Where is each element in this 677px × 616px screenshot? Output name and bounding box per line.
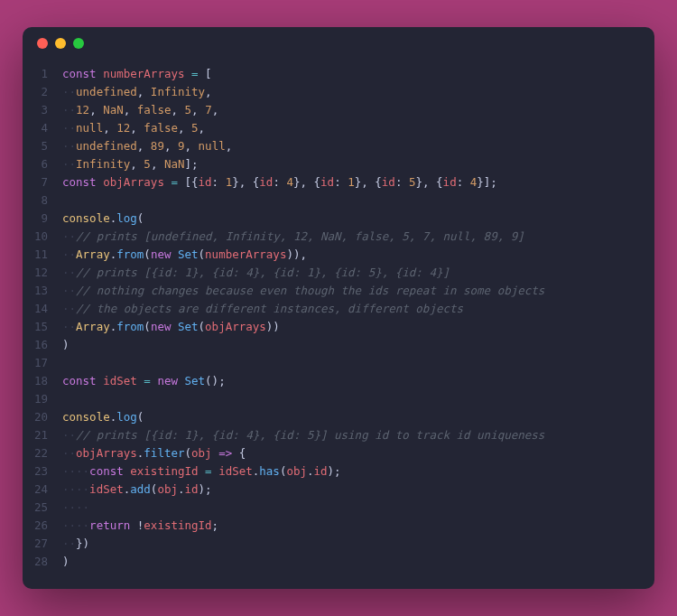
line-number: 19	[32, 390, 62, 408]
line-content: const idSet = new Set();	[62, 372, 636, 390]
token: {	[232, 446, 246, 460]
token: =	[144, 374, 151, 387]
token: Infinity	[76, 157, 130, 171]
token: ····	[62, 518, 89, 532]
code-line: 7const objArrays = [{id: 1}, {id: 4}, {i…	[32, 173, 636, 191]
line-number: 15	[32, 318, 62, 336]
token: :	[212, 175, 226, 189]
zoom-icon[interactable]	[73, 38, 84, 49]
token: // nothing changes because even though t…	[76, 284, 544, 297]
token: // prints [undefined, Infinity, 12, NaN,…	[76, 229, 524, 243]
token: existingId	[144, 518, 211, 532]
token: ,	[171, 103, 184, 117]
token: ,	[151, 157, 164, 171]
token: (	[144, 320, 151, 333]
token: 1	[348, 175, 355, 189]
line-number: 5	[32, 137, 62, 155]
token: }, {	[416, 175, 443, 189]
token: )),	[286, 247, 307, 261]
token: new	[151, 247, 172, 261]
line-number: 26	[32, 517, 62, 535]
token: :	[395, 175, 409, 189]
line-content: ··})	[62, 535, 636, 553]
token: log	[116, 410, 137, 424]
token: Set	[185, 374, 206, 387]
token: ··	[62, 320, 76, 333]
line-content: ··// nothing changes because even though…	[62, 282, 636, 300]
line-content: ··Infinity, 5, NaN];	[62, 155, 636, 173]
token: new	[157, 374, 178, 387]
minimize-icon[interactable]	[55, 38, 66, 49]
token: ··	[62, 103, 76, 117]
line-content: ··null, 12, false, 5,	[62, 119, 636, 137]
token: const	[62, 374, 97, 387]
token: // the objects are different instances, …	[76, 302, 463, 315]
token: .	[307, 464, 314, 478]
token: ··	[62, 302, 76, 315]
editor-window: 1const numberArrays = [2··undefined, Inf…	[23, 27, 654, 589]
code-line: 1const numberArrays = [	[32, 65, 636, 83]
code-line: 18const idSet = new Set();	[32, 372, 636, 390]
line-content: ··Array.from(new Set(objArrays))	[62, 318, 636, 336]
line-number: 3	[32, 101, 62, 119]
line-number: 25	[32, 499, 62, 517]
code-line: 25····	[32, 499, 636, 517]
token	[171, 320, 178, 333]
token: const	[89, 464, 124, 478]
token: [{	[178, 175, 199, 189]
token: (	[144, 247, 151, 261]
token: .	[178, 482, 185, 496]
line-number: 6	[32, 155, 62, 173]
token: ··	[62, 85, 76, 98]
token: obj	[286, 464, 307, 478]
token: )	[62, 555, 70, 568]
token: ;	[212, 518, 219, 532]
line-content: const objArrays = [{id: 1}, {id: 4}, {id…	[62, 173, 636, 191]
token: ,	[137, 85, 151, 98]
token: })	[76, 537, 89, 550]
code-line: 9console.log(	[32, 210, 636, 228]
token: ,	[89, 103, 103, 117]
token: [	[199, 67, 212, 80]
code-line: 28)	[32, 553, 636, 571]
token: }];	[477, 175, 497, 189]
line-content: ··Array.from(new Set(numberArrays)),	[62, 246, 636, 264]
line-number: 14	[32, 300, 62, 318]
token: );	[328, 464, 341, 478]
token: ··	[62, 266, 76, 279]
token: id	[199, 175, 212, 189]
token: NaN	[103, 103, 124, 117]
token: ··	[62, 284, 76, 297]
token	[212, 446, 219, 460]
line-number: 12	[32, 264, 62, 282]
token: 9	[178, 139, 185, 153]
token: ··	[62, 247, 76, 261]
token: // prints [{id: 1}, {id: 4}, {id: 1}, {i…	[76, 266, 450, 279]
code-line: 5··undefined, 89, 9, null,	[32, 137, 636, 155]
token: ··	[62, 121, 76, 135]
token: ··	[62, 428, 76, 442]
close-icon[interactable]	[37, 38, 48, 49]
token: );	[199, 482, 212, 496]
token: :	[273, 175, 286, 189]
code-line: 2··undefined, Infinity,	[32, 83, 636, 101]
token: (	[199, 247, 206, 261]
token: existingId	[130, 464, 198, 478]
token: ,	[164, 139, 178, 153]
line-content: console.log(	[62, 210, 636, 228]
token: obj	[157, 482, 178, 496]
code-line: 17	[32, 354, 636, 372]
token: ,	[199, 121, 206, 135]
token: 5	[144, 157, 151, 171]
token	[212, 464, 219, 478]
token: }, {	[355, 175, 382, 189]
token: ,	[205, 85, 212, 98]
token: idSet	[218, 464, 253, 478]
token: :	[334, 175, 348, 189]
code-line: 16)	[32, 336, 636, 354]
token: ,	[185, 139, 199, 153]
token: NaN	[164, 157, 185, 171]
token: has	[259, 464, 280, 478]
code-line: 11··Array.from(new Set(numberArrays)),	[32, 246, 636, 264]
token: log	[116, 211, 137, 225]
